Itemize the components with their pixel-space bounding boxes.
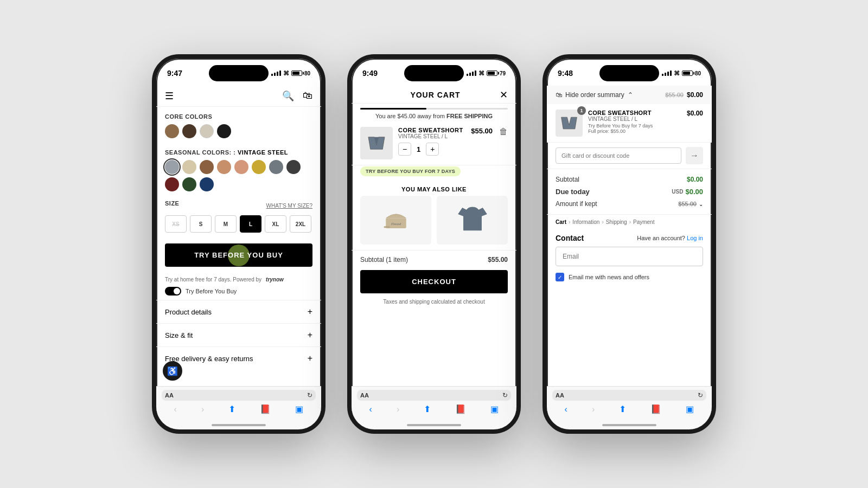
forward-icon-2[interactable]: › — [397, 404, 399, 414]
breadcrumb-information[interactable]: Information — [572, 219, 599, 225]
bookmarks-icon-1[interactable]: 📕 — [260, 404, 271, 414]
shorts-svg — [366, 135, 387, 151]
tabs-icon-2[interactable]: ▣ — [490, 404, 499, 414]
rec-item-1[interactable]: Elwood — [360, 196, 431, 245]
core-color-swatches — [165, 124, 312, 138]
try-before-toggle[interactable] — [165, 287, 181, 296]
you-may-also-like-label: YOU MAY ALSO LIKE — [352, 181, 516, 196]
battery-2 — [487, 70, 497, 76]
order-original-price: $55.00 — [665, 92, 684, 98]
size-btn-s[interactable]: S — [190, 215, 212, 233]
order-summary-label: Hide order summary — [565, 91, 624, 99]
qty-increase[interactable]: + — [426, 143, 439, 156]
order-item-variant: VINTAGE STEEL / L — [588, 116, 687, 122]
swatch-peach[interactable] — [217, 160, 231, 174]
dynamic-island-2 — [404, 65, 464, 81]
breadcrumb-shipping[interactable]: Shipping — [606, 219, 627, 225]
product-details-row[interactable]: Product details + — [156, 300, 321, 323]
size-btn-xl[interactable]: XL — [265, 215, 286, 233]
size-fit-row[interactable]: Size & fit + — [156, 323, 321, 346]
forward-icon-3[interactable]: › — [592, 404, 595, 414]
swatch-vintage-steel[interactable] — [165, 160, 179, 174]
size-btn-xs[interactable]: XS — [165, 215, 187, 233]
time-2: 9:49 — [362, 69, 378, 78]
taxes-message: Taxes and shipping calculated at checkou… — [352, 297, 516, 309]
amount-if-kept-row[interactable]: Amount if kept $55.00 ⌄ — [556, 198, 703, 210]
hamburger-icon[interactable]: ☰ — [165, 90, 174, 102]
browser-bar-2: AA ↻ — [357, 390, 511, 401]
signal-3 — [662, 70, 672, 76]
share-icon-1[interactable]: ⬆ — [228, 404, 235, 414]
share-icon-3[interactable]: ⬆ — [619, 404, 626, 414]
progress-fill — [360, 108, 426, 110]
swatch-tan[interactable] — [165, 124, 179, 138]
tabs-icon-1[interactable]: ▣ — [295, 404, 303, 414]
back-icon-1[interactable]: ‹ — [174, 404, 177, 414]
tabs-icon-3[interactable]: ▣ — [686, 404, 694, 414]
back-icon-2[interactable]: ‹ — [369, 404, 372, 414]
time-3: 9:48 — [558, 69, 573, 78]
swatch-charcoal[interactable] — [286, 160, 301, 174]
share-icon-2[interactable]: ⬆ — [424, 404, 431, 414]
order-shorts-svg — [559, 113, 579, 133]
email-input[interactable] — [556, 247, 703, 266]
swatch-off-white[interactable] — [200, 124, 214, 138]
toggle-label: Try Before You Buy — [186, 288, 237, 294]
size-btn-l[interactable]: L — [240, 215, 261, 233]
aa-text-2: AA — [360, 392, 369, 399]
bag-icon[interactable]: 🛍 — [303, 90, 312, 102]
swatch-forest[interactable] — [182, 177, 196, 191]
status-icons-2: ⌘ 79 — [467, 70, 506, 77]
breadcrumb-cart[interactable]: Cart — [556, 219, 566, 225]
battery-pct-2: 79 — [500, 70, 506, 76]
browser-nav-3: ‹ › ⬆ 📕 ▣ — [552, 404, 706, 414]
bookmarks-icon-3[interactable]: 📕 — [650, 404, 661, 414]
swatch-burgundy[interactable] — [165, 177, 179, 191]
try-before-buy-button[interactable]: TRY BEFORE YOU BUY — [165, 243, 312, 267]
email-news-row: Email me with news and offers — [556, 271, 703, 284]
product-header: ☰ 🔍 🛍 — [156, 86, 321, 107]
gift-card-input[interactable] — [556, 147, 681, 164]
email-news-checkbox[interactable] — [556, 273, 564, 281]
refresh-icon-2[interactable]: ↻ — [502, 391, 508, 399]
swatch-black[interactable] — [217, 124, 231, 138]
aa-text-3: AA — [556, 392, 564, 399]
close-button[interactable]: ✕ — [500, 90, 508, 100]
log-in-link[interactable]: Log in — [687, 235, 703, 241]
home-indicator-3 — [602, 424, 656, 426]
rec-item-2[interactable] — [437, 196, 508, 245]
usd-label: USD — [672, 189, 683, 195]
refresh-icon-3[interactable]: ↻ — [698, 391, 703, 399]
checkout-button[interactable]: CHECKOUT — [360, 270, 508, 293]
contact-section: Contact Have an account? Log in Email me… — [547, 229, 712, 286]
swatch-rust[interactable] — [200, 160, 214, 174]
swatch-salmon[interactable] — [234, 160, 248, 174]
qty-decrease[interactable]: − — [398, 143, 411, 156]
swatch-gold[interactable] — [252, 160, 266, 174]
size-btn-m[interactable]: M — [215, 215, 237, 233]
core-colors-label: CORE COLORS — [165, 113, 312, 120]
what-my-size-link[interactable]: WHAT'S MY SIZE? — [266, 203, 312, 209]
size-btn-2xl[interactable]: 2XL — [290, 215, 311, 233]
refresh-icon-1[interactable]: ↻ — [307, 391, 312, 399]
home-indicator-1 — [212, 424, 266, 426]
battery-pct-3: 80 — [695, 70, 701, 76]
bookmarks-icon-2[interactable]: 📕 — [455, 404, 466, 414]
phone1-browser-bottom: AA ↻ ‹ › ⬆ 📕 ▣ — [156, 386, 321, 429]
discount-submit-button[interactable]: → — [686, 147, 703, 164]
order-summary-toggle[interactable]: 🛍 Hide order summary ⌃ $55.00 $0.00 — [547, 86, 712, 104]
swatch-dark-brown[interactable] — [182, 124, 196, 138]
search-icon[interactable]: 🔍 — [282, 90, 294, 102]
order-item-image: 1 — [556, 110, 583, 137]
powered-by-row: Try at home free for 7 days. Powered by … — [156, 273, 321, 286]
time-1: 9:47 — [167, 69, 182, 78]
swatch-sand[interactable] — [182, 160, 196, 174]
status-icons-1: ⌘ 80 — [271, 70, 310, 77]
accessibility-button[interactable]: ♿ — [163, 361, 182, 381]
forward-icon-1[interactable]: › — [201, 404, 204, 414]
breadcrumb-payment[interactable]: Payment — [633, 219, 654, 225]
delete-item-button[interactable]: 🗑 — [499, 127, 508, 137]
swatch-navy[interactable] — [200, 177, 214, 191]
back-icon-3[interactable]: ‹ — [565, 404, 567, 414]
swatch-slate[interactable] — [269, 160, 283, 174]
